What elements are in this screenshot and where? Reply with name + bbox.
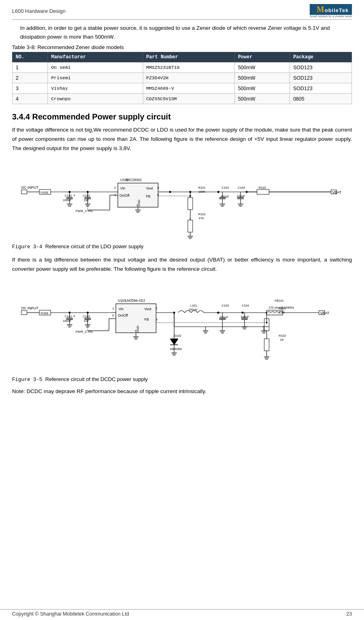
svg-text:2: 2 — [114, 186, 116, 190]
svg-text:D102: D102 — [174, 334, 181, 338]
svg-text:R101: R101 — [279, 307, 286, 310]
svg-text:Vin: Vin — [120, 186, 125, 190]
svg-marker-169 — [170, 339, 178, 345]
svg-text:100K: 100K — [198, 190, 206, 194]
svg-text:3: 3 — [136, 204, 138, 207]
table-row: 1On semiMMSZ5231BT1G500mWSOD123 — [12, 62, 352, 73]
svg-text:1uF: 1uF — [84, 319, 89, 323]
svg-text:L101: L101 — [190, 304, 197, 307]
svg-text:DC INPUT: DC INPUT — [21, 306, 39, 310]
svg-text:5: 5 — [112, 314, 114, 317]
svg-text:1K: 1K — [280, 338, 284, 342]
figure-3-4-label: Figure 3-4 — [12, 244, 45, 250]
col-manufacturer: Manufacturer — [48, 52, 143, 62]
svg-text:47K: 47K — [199, 216, 204, 220]
copyright-text: Copyright © Shanghai Mobiletek Communica… — [12, 611, 129, 617]
table-cell: Vishay — [48, 83, 143, 94]
table-row: 2PrisemiPZ3D4V2H500mWSOD123 — [12, 73, 352, 83]
svg-text:Vin: Vin — [119, 307, 123, 311]
svg-text:FB: FB — [144, 317, 149, 321]
table-cell: MMSZ5231BT1G — [143, 62, 234, 73]
figure-3-5-text: Reference circuit of the DCDC power supp… — [45, 376, 148, 382]
table-header-row: NO. Manufacturer Part Number Power Packa… — [12, 52, 352, 62]
table-row: 4CrownpoCDZ55C5V1SM500mW0805 — [12, 94, 352, 104]
table-cell: 500mW — [234, 83, 290, 94]
ldo-circuit-svg: DC INPUT FUSE C101 100uF + C102 1u — [17, 160, 347, 240]
svg-rect-105 — [21, 311, 27, 315]
svg-text:R102: R102 — [198, 212, 206, 216]
svg-rect-102 — [257, 190, 269, 194]
table-cell: 500mW — [234, 73, 290, 83]
table-cell: PZ3D4V2H — [143, 73, 234, 83]
table-cell: 3 — [12, 83, 48, 94]
svg-text:C104: C104 — [238, 186, 245, 190]
intro-paragraph: In addition, in order to get a stable po… — [20, 24, 352, 41]
svg-text:LM2596-ADJ: LM2596-ADJ — [125, 299, 145, 303]
logo-tagline: Smart solution for a smarter world — [310, 15, 352, 18]
svg-rect-1 — [21, 190, 27, 194]
svg-rect-71 — [188, 220, 193, 232]
svg-text:FUSE: FUSE — [41, 311, 48, 315]
svg-text:PWR_CTRL: PWR_CTRL — [76, 330, 94, 334]
svg-text:+: + — [73, 194, 75, 198]
table-cell: 2 — [12, 73, 48, 83]
svg-text:+: + — [217, 190, 219, 194]
figure-3-4-text: Reference circuit of the LDO power suppl… — [45, 243, 144, 249]
svg-text:R102: R102 — [279, 334, 286, 338]
svg-text:On/Off: On/Off — [119, 194, 130, 198]
svg-text:FUSE: FUSE — [41, 191, 48, 194]
svg-text:R103: R103 — [259, 186, 266, 190]
table-cell: 0805 — [290, 94, 352, 104]
company-logo: MobileTek — [310, 4, 352, 15]
svg-text:C103: C103 — [222, 304, 229, 307]
table-caption: Table 3-8: Recommended Zener diode model… — [12, 44, 352, 50]
svg-text:DC INPUT: DC INPUT — [21, 185, 39, 190]
svg-text:1uF: 1uF — [84, 198, 89, 202]
svg-text:On/Off: On/Off — [118, 313, 128, 317]
table-cell: 4 — [12, 94, 48, 104]
svg-text:FB101: FB101 — [275, 299, 284, 303]
zener-table: NO. Manufacturer Part Number Power Packa… — [12, 52, 352, 104]
svg-text:MBR360: MBR360 — [170, 347, 182, 351]
table-cell: 500mW — [234, 62, 290, 73]
page-number: 23 — [346, 611, 352, 617]
ldo-circuit-diagram: DC INPUT FUSE C101 100uF + C102 1u — [12, 160, 352, 240]
page-footer: Copyright © Shanghai Mobiletek Communica… — [0, 609, 364, 617]
section-344-heading: 3.4.4 Recommended Power supply circuit — [12, 112, 352, 122]
svg-text:+: + — [73, 314, 75, 318]
svg-text:4: 4 — [156, 318, 158, 321]
svg-text:100uF: 100uF — [63, 198, 72, 202]
table-cell: Prisemi — [48, 73, 143, 83]
svg-text:C102: C102 — [83, 315, 90, 318]
dcdc-circuit-svg: DC INPUT FUSE C101 100uF + C102 1uF PWR_… — [17, 280, 347, 373]
col-package: Package — [290, 52, 352, 62]
dcdc-circuit-diagram: DC INPUT FUSE C101 100uF + C102 1uF PWR_… — [12, 280, 352, 373]
svg-text:+: + — [216, 311, 218, 315]
svg-text:PWR_CTRL: PWR_CTRL — [76, 209, 94, 213]
svg-text:C102: C102 — [83, 194, 90, 198]
page-header: L600 Hardware Design MobileTek Smart sol… — [12, 4, 352, 20]
logo-wrapper: MobileTek Smart solution for a smarter w… — [310, 4, 352, 18]
section-344-body2: If there is a big difference between the… — [12, 255, 352, 274]
svg-text:C101: C101 — [65, 315, 72, 318]
svg-text:C101: C101 — [65, 194, 72, 198]
table-cell: 500mW — [234, 94, 290, 104]
col-power: Power — [234, 52, 290, 62]
svg-text:FB: FB — [146, 194, 150, 198]
table-cell: SOD123 — [290, 62, 352, 73]
table-cell: SOD123 — [290, 83, 352, 94]
svg-text:C103: C103 — [222, 186, 229, 190]
col-part-number: Part Number — [143, 52, 234, 62]
svg-text:5: 5 — [157, 193, 159, 197]
svg-text:C104: C104 — [242, 304, 249, 307]
svg-rect-215 — [264, 339, 269, 351]
figure-3-5-caption: Figure 3-5 Reference circuit of the DCDC… — [12, 376, 352, 383]
svg-text:4: 4 — [157, 186, 159, 190]
col-no: NO. — [12, 52, 48, 62]
svg-text:MIC29302: MIC29302 — [126, 178, 142, 182]
table-cell: 1 — [12, 62, 48, 73]
figure-3-4-caption: Figure 3-4 Reference circuit of the LDO … — [12, 243, 352, 250]
dcdc-note: Note: DCDC may deprave RF performance be… — [12, 388, 352, 394]
svg-text:Vout: Vout — [144, 307, 152, 311]
table-cell: On semi — [48, 62, 143, 73]
